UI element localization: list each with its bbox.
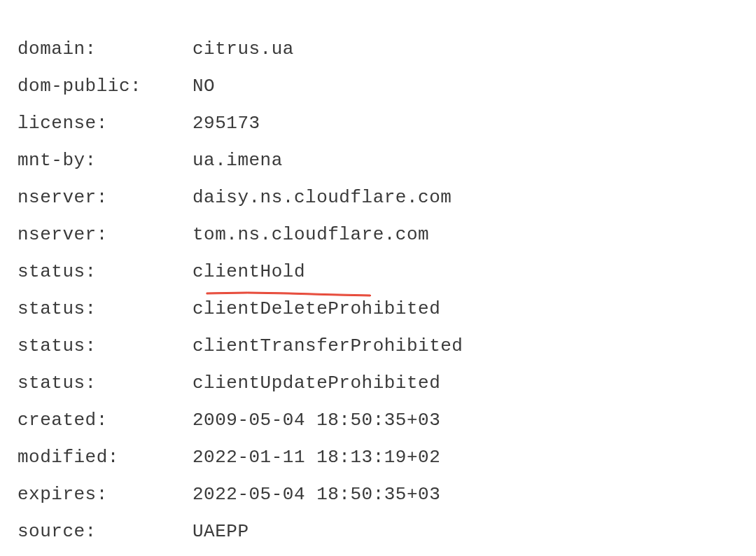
whois-label: license: (18, 113, 192, 134)
whois-value: ua.imena (192, 150, 738, 171)
whois-label: dom-public: (18, 76, 192, 97)
whois-label: status: (18, 261, 192, 282)
whois-row: nserver:daisy.ns.cloudflare.com (18, 187, 738, 208)
whois-value: clientDeleteProhibited (192, 298, 738, 319)
whois-value: UAEPP (192, 521, 738, 542)
whois-row: expires:2022-05-04 18:50:35+03 (18, 484, 738, 505)
whois-row: mnt-by:ua.imena (18, 150, 738, 171)
whois-value: NO (192, 76, 738, 97)
whois-row: dom-public:NO (18, 76, 738, 97)
whois-label: status: (18, 298, 192, 319)
whois-value: clientTransferProhibited (192, 335, 738, 356)
whois-value: 2022-01-11 18:13:19+02 (192, 447, 738, 468)
whois-row: created:2009-05-04 18:50:35+03 (18, 410, 738, 431)
whois-label: expires: (18, 484, 192, 505)
whois-label: nserver: (18, 187, 192, 208)
whois-label: modified: (18, 447, 192, 468)
whois-value: clientHold (192, 261, 738, 282)
whois-value: clientUpdateProhibited (192, 373, 738, 394)
whois-record: domain:citrus.uadom-public:NOlicense:295… (18, 39, 738, 542)
whois-row: source:UAEPP (18, 521, 738, 542)
whois-row: license:295173 (18, 113, 738, 134)
whois-row: status:clientHold (18, 261, 738, 282)
whois-value: tom.ns.cloudflare.com (192, 224, 738, 245)
whois-row: modified:2022-01-11 18:13:19+02 (18, 447, 738, 468)
whois-value: 2009-05-04 18:50:35+03 (192, 410, 738, 431)
whois-row: status:clientDeleteProhibited (18, 298, 738, 319)
whois-label: status: (18, 335, 192, 356)
whois-label: mnt-by: (18, 150, 192, 171)
whois-label: status: (18, 373, 192, 394)
whois-value: citrus.ua (192, 39, 738, 60)
whois-label: domain: (18, 39, 192, 60)
whois-row: status:clientUpdateProhibited (18, 373, 738, 394)
whois-label: nserver: (18, 224, 192, 245)
whois-row: status:clientTransferProhibited (18, 335, 738, 356)
whois-row: nserver:tom.ns.cloudflare.com (18, 224, 738, 245)
whois-value: 2022-05-04 18:50:35+03 (192, 484, 738, 505)
whois-row: domain:citrus.ua (18, 39, 738, 60)
whois-label: created: (18, 410, 192, 431)
whois-label: source: (18, 521, 192, 542)
whois-value: 295173 (192, 113, 738, 134)
whois-value: daisy.ns.cloudflare.com (192, 187, 738, 208)
highlight-underline (205, 282, 373, 289)
